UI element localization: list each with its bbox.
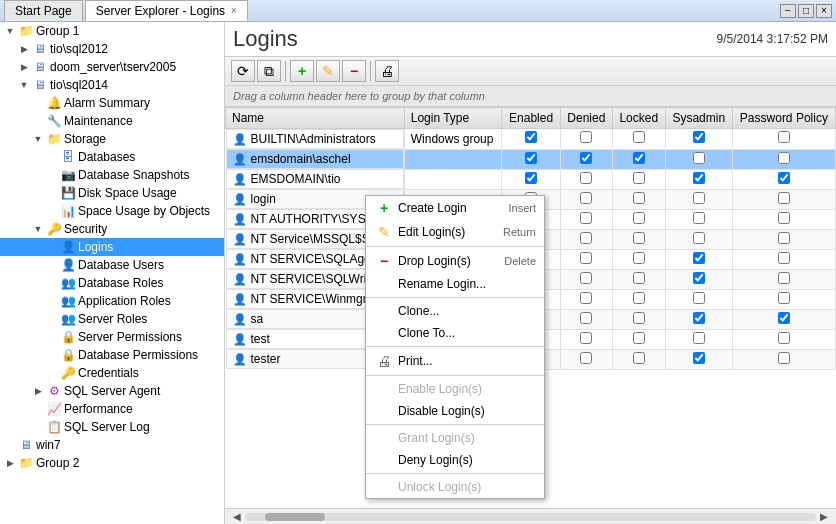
cell-denied[interactable]	[560, 229, 612, 249]
cell-locked[interactable]	[612, 269, 665, 289]
cell-denied[interactable]	[560, 129, 612, 150]
scroll-right-icon[interactable]: ▶	[816, 509, 832, 525]
cell-pwd-policy[interactable]	[732, 349, 835, 369]
cell-denied[interactable]	[560, 169, 612, 189]
cell-denied[interactable]	[560, 269, 612, 289]
sidebar-item-tiosql2014[interactable]: ▼🖥tio\sql2014	[0, 76, 224, 94]
sidebar-item-spaceobj[interactable]: 📊Space Usage by Objects	[0, 202, 224, 220]
cell-sysadmin[interactable]	[665, 309, 732, 329]
ctx-item-cloneto[interactable]: Clone To...	[366, 322, 544, 344]
cell-sysadmin[interactable]	[665, 189, 732, 209]
ctx-item-drop[interactable]: −Drop Login(s)Delete	[366, 249, 544, 273]
maximize-button[interactable]: □	[798, 4, 814, 18]
cell-denied[interactable]	[560, 289, 612, 309]
cell-denied[interactable]	[560, 189, 612, 209]
cell-denied[interactable]	[560, 349, 612, 369]
cell-sysadmin[interactable]	[665, 129, 732, 150]
cell-locked[interactable]	[612, 129, 665, 150]
cell-locked[interactable]	[612, 249, 665, 269]
col-name[interactable]: Name	[226, 108, 405, 129]
copy-button[interactable]: ⧉	[257, 60, 281, 82]
sidebar-item-sqllog[interactable]: 📋SQL Server Log	[0, 418, 224, 436]
scroll-left-icon[interactable]: ◀	[229, 509, 245, 525]
cell-locked[interactable]	[612, 309, 665, 329]
cell-locked[interactable]	[612, 169, 665, 189]
cell-pwd-policy[interactable]	[732, 189, 835, 209]
cell-sysadmin[interactable]	[665, 149, 732, 169]
sidebar-item-dbroles[interactable]: 👥Database Roles	[0, 274, 224, 292]
col-sysadmin[interactable]: Sysadmin	[665, 108, 732, 129]
cell-locked[interactable]	[612, 329, 665, 349]
cell-sysadmin[interactable]	[665, 349, 732, 369]
sidebar-item-databases[interactable]: 🗄Databases	[0, 148, 224, 166]
cell-locked[interactable]	[612, 209, 665, 229]
cell-sysadmin[interactable]	[665, 249, 732, 269]
sidebar-item-diskspace[interactable]: 💾Disk Space Usage	[0, 184, 224, 202]
sidebar-item-storage[interactable]: ▼📁Storage	[0, 130, 224, 148]
cell-pwd-policy[interactable]	[732, 149, 835, 169]
cell-locked[interactable]	[612, 349, 665, 369]
col-denied[interactable]: Denied	[560, 108, 612, 129]
sidebar-item-logins[interactable]: 👤Logins	[0, 238, 224, 256]
print-button[interactable]: 🖨	[375, 60, 399, 82]
cell-denied[interactable]	[560, 149, 612, 169]
cell-pwd-policy[interactable]	[732, 229, 835, 249]
refresh-button[interactable]: ⟳	[231, 60, 255, 82]
cell-sysadmin[interactable]	[665, 289, 732, 309]
cell-pwd-policy[interactable]	[732, 269, 835, 289]
horizontal-scrollbar[interactable]: ◀ ▶	[225, 508, 836, 524]
table-row[interactable]: 👤EMSDOMAIN\tio	[226, 169, 836, 189]
cell-locked[interactable]	[612, 289, 665, 309]
cell-denied[interactable]	[560, 249, 612, 269]
cell-pwd-policy[interactable]	[732, 329, 835, 349]
col-pwd-policy[interactable]: Password Policy	[732, 108, 835, 129]
cell-pwd-policy[interactable]	[732, 209, 835, 229]
sidebar-item-svroles[interactable]: 👥Server Roles	[0, 310, 224, 328]
cell-denied[interactable]	[560, 209, 612, 229]
edit-button[interactable]: ✎	[316, 60, 340, 82]
sidebar-item-perf[interactable]: 📈Performance	[0, 400, 224, 418]
sidebar-item-tiosql2012[interactable]: ▶🖥tio\sql2012	[0, 40, 224, 58]
sidebar-item-win7[interactable]: 🖥win7	[0, 436, 224, 454]
cell-denied[interactable]	[560, 309, 612, 329]
sidebar-item-security[interactable]: ▼🔑Security	[0, 220, 224, 238]
ctx-item-clone[interactable]: Clone...	[366, 300, 544, 322]
sidebar-item-dbperms[interactable]: 🔒Database Permissions	[0, 346, 224, 364]
ctx-item-edit[interactable]: ✎Edit Login(s)Return	[366, 220, 544, 244]
tab-start[interactable]: Start Page	[4, 0, 83, 21]
delete-button[interactable]: −	[342, 60, 366, 82]
table-row[interactable]: 👤BUILTIN\AdministratorsWindows group	[226, 129, 836, 150]
col-locked[interactable]: Locked	[612, 108, 665, 129]
scroll-thumb[interactable]	[265, 513, 325, 521]
col-login-type[interactable]: Login Type	[404, 108, 502, 129]
cell-enabled[interactable]	[502, 149, 560, 169]
col-enabled[interactable]: Enabled	[502, 108, 560, 129]
cell-locked[interactable]	[612, 229, 665, 249]
sidebar-item-approles[interactable]: 👥Application Roles	[0, 292, 224, 310]
cell-pwd-policy[interactable]	[732, 129, 835, 150]
ctx-item-print[interactable]: 🖨Print...	[366, 349, 544, 373]
ctx-item-create[interactable]: +Create LoginInsert	[366, 196, 544, 220]
ctx-item-deny[interactable]: Deny Login(s)	[366, 449, 544, 471]
cell-pwd-policy[interactable]	[732, 169, 835, 189]
close-button[interactable]: ×	[816, 4, 832, 18]
tab-explorer[interactable]: Server Explorer - Logins ×	[85, 0, 248, 21]
scroll-track[interactable]	[245, 513, 816, 521]
close-tab-icon[interactable]: ×	[231, 5, 237, 16]
ctx-item-rename[interactable]: Rename Login...	[366, 273, 544, 295]
cell-enabled[interactable]	[502, 169, 560, 189]
minimize-button[interactable]: −	[780, 4, 796, 18]
sidebar-item-group1[interactable]: ▼📁Group 1	[0, 22, 224, 40]
ctx-item-disable[interactable]: Disable Login(s)	[366, 400, 544, 422]
cell-locked[interactable]	[612, 149, 665, 169]
sidebar-item-svperms[interactable]: 🔒Server Permissions	[0, 328, 224, 346]
cell-enabled[interactable]	[502, 129, 560, 150]
sidebar-item-doom[interactable]: ▶🖥doom_server\tserv2005	[0, 58, 224, 76]
sidebar-item-sqlagent[interactable]: ▶⚙SQL Server Agent	[0, 382, 224, 400]
cell-sysadmin[interactable]	[665, 329, 732, 349]
sidebar-item-alarm[interactable]: 🔔Alarm Summary	[0, 94, 224, 112]
sidebar-item-maint[interactable]: 🔧Maintenance	[0, 112, 224, 130]
add-button[interactable]: +	[290, 60, 314, 82]
cell-denied[interactable]	[560, 329, 612, 349]
cell-sysadmin[interactable]	[665, 209, 732, 229]
